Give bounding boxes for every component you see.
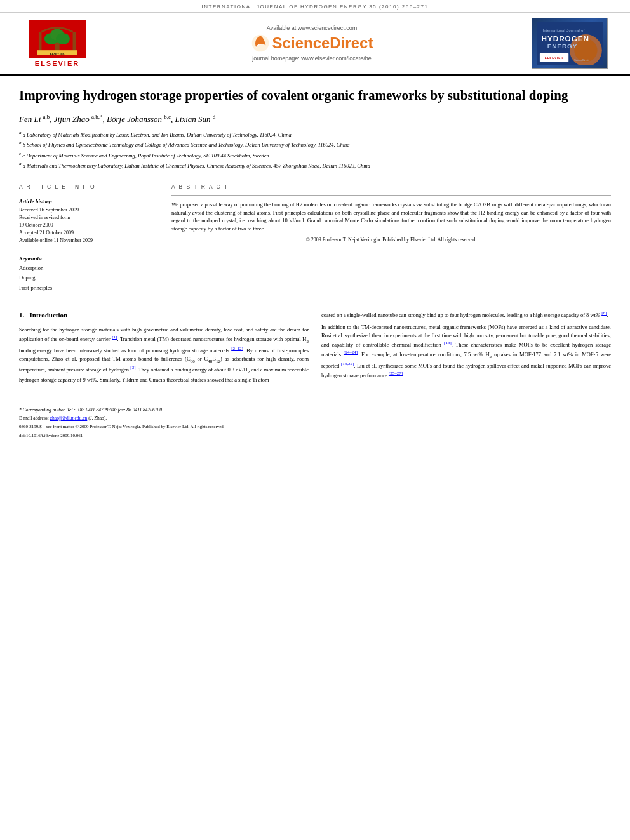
email-label: E-mail address: — [19, 415, 49, 421]
svg-text:ELSEVIER: ELSEVIER — [50, 51, 65, 55]
authors: Fen Li a,b, Jijun Zhao a,b,*, Börje Joha… — [19, 113, 611, 124]
journal-title: INTERNATIONAL JOURNAL OF HYDROGEN ENERGY… — [202, 4, 429, 10]
svg-text:ScienceDirect: ScienceDirect — [574, 59, 588, 62]
page-wrapper: INTERNATIONAL JOURNAL OF HYDROGEN ENERGY… — [0, 0, 630, 443]
abstract-col: A B S T R A C T We proposed a possible w… — [171, 183, 611, 293]
elsevier-logo-image: ELSEVIER — [29, 20, 86, 58]
body-right-para-2: In addition to the TM-decorated nanostru… — [321, 323, 611, 380]
elsevier-text: ELSEVIER — [35, 60, 79, 67]
ref-13: [13] — [444, 340, 452, 345]
svg-text:International Journal of: International Journal of — [542, 29, 584, 32]
email-link[interactable]: zhaojj@dlut.edu.cn — [50, 415, 88, 421]
sciencedirect-center: Available at www.sciencedirect.com Scien… — [95, 25, 528, 62]
abstract-divider — [171, 195, 611, 196]
corresponding-author: * Corresponding author. Tel.: +86 0411 8… — [19, 406, 611, 413]
body-section: 1. Introduction Searching for the hydrog… — [19, 310, 611, 388]
article-info-col: A R T I C L E I N F O Article history: R… — [19, 183, 159, 293]
body-divider — [19, 303, 611, 303]
journal-header-bar: INTERNATIONAL JOURNAL OF HYDROGEN ENERGY… — [0, 0, 630, 13]
article-info-abstract: A R T I C L E I N F O Article history: R… — [19, 183, 611, 293]
section-title-text: Introduction — [30, 311, 68, 319]
he-logo-image: International Journal of HYDROGEN ENERGY… — [532, 18, 608, 69]
abstract-paragraph: We proposed a possible way of promoting … — [171, 201, 611, 233]
sd-available-text: Available at www.sciencedirect.com — [95, 25, 528, 31]
accepted-date: Accepted 21 October 2009 — [19, 229, 159, 237]
revised-label: Received in revised form — [19, 214, 159, 222]
body-left-para-1: Searching for the hydrogen storage mater… — [19, 326, 309, 384]
keywords-section: Keywords: Adsorption Doping First-princi… — [19, 251, 159, 293]
page-footer: * Corresponding author. Tel.: +86 0411 8… — [0, 401, 630, 443]
body-left-col: 1. Introduction Searching for the hydrog… — [19, 310, 309, 388]
ref-18-22: [18,22] — [341, 361, 354, 366]
sd-homepage: journal homepage: www.elsevier.com/locat… — [95, 55, 528, 62]
article-history-section: Article history: Received 16 September 2… — [19, 194, 159, 244]
issn-text: 0360-3199/$ – see front matter © 2009 Pr… — [19, 424, 225, 429]
svg-text:ENERGY: ENERGY — [547, 43, 577, 50]
doi-text: doi:10.1016/j.ijhydene.2009.10.061 — [19, 433, 83, 438]
elsevier-tree-icon: ELSEVIER — [32, 26, 83, 58]
ref-2-12: [2–12] — [231, 346, 243, 351]
issn-line: 0360-3199/$ – see front matter © 2009 Pr… — [19, 423, 611, 430]
keyword-1: Adsorption — [19, 263, 159, 273]
keyword-2: Doping — [19, 273, 159, 283]
svg-text:HYDROGEN: HYDROGEN — [541, 34, 589, 43]
copyright-line: © 2009 Professor T. Nejat Veziroglu. Pub… — [171, 237, 611, 243]
email-line: E-mail address: zhaojj@dlut.edu.cn (J. Z… — [19, 415, 611, 422]
online-date: Available online 11 November 2009 — [19, 237, 159, 244]
keyword-3: First-principles — [19, 283, 159, 293]
article-title: Improving hydrogen storage properties of… — [19, 87, 611, 104]
affiliations: a a Laboratory of Materials Modification… — [19, 130, 611, 170]
he-logo-svg: International Journal of HYDROGEN ENERGY… — [533, 22, 607, 65]
revised-date: 19 October 2009 — [19, 222, 159, 229]
intro-title: 1. Introduction — [19, 310, 309, 321]
abstract-text: We proposed a possible way of promoting … — [171, 201, 611, 233]
affiliation-c: c c Department of Materials Science and … — [19, 150, 611, 160]
affiliation-a: a a Laboratory of Materials Modification… — [19, 130, 611, 139]
history-label: Article history: — [19, 198, 159, 204]
affiliation-b: b b School of Physics and Optoelectronic… — [19, 140, 611, 149]
ref-1: [1] — [112, 335, 117, 340]
ref-25-27: [25–27] — [389, 371, 403, 376]
doi-line: doi:10.1016/j.ijhydene.2009.10.061 — [19, 432, 611, 439]
sd-logo: ScienceDirect — [95, 34, 528, 53]
sd-leaf-icon — [251, 34, 270, 53]
sd-logo-text: ScienceDirect — [272, 34, 373, 52]
body-right-col: coated on a single-walled nanotube can s… — [321, 310, 611, 388]
he-logo-box: International Journal of HYDROGEN ENERGY… — [528, 18, 611, 69]
body-right-para-1: coated on a single-walled nanotube can s… — [321, 310, 611, 319]
ref-14-24: [14–24] — [344, 350, 358, 355]
abstract-header: A B S T R A C T — [171, 183, 611, 190]
journal-header: ELSEVIER ELSEVIER Available at www.scien… — [0, 13, 630, 76]
svg-text:ELSEVIER: ELSEVIER — [544, 57, 563, 60]
section-number: 1. — [19, 311, 24, 319]
elsevier-logo: ELSEVIER ELSEVIER — [19, 20, 95, 67]
keywords-label: Keywords: — [19, 255, 159, 262]
received-date: Received 16 September 2009 — [19, 206, 159, 214]
ref-3: [3] — [130, 365, 135, 370]
authors-text: Fen Li a,b, Jijun Zhao a,b,*, Börje Joha… — [19, 114, 215, 124]
ref-6: [6] — [601, 310, 607, 316]
email-suffix: (J. Zhao). — [88, 415, 107, 421]
svg-point-6 — [56, 32, 70, 44]
main-content: Improving hydrogen storage properties of… — [0, 76, 630, 401]
corresponding-text: * Corresponding author. Tel.: +86 0411 8… — [19, 407, 163, 413]
article-info-header: A R T I C L E I N F O — [19, 183, 159, 190]
divider-1 — [19, 178, 611, 178]
affiliation-d: d d Materials and Thermochemistry Labora… — [19, 161, 611, 170]
